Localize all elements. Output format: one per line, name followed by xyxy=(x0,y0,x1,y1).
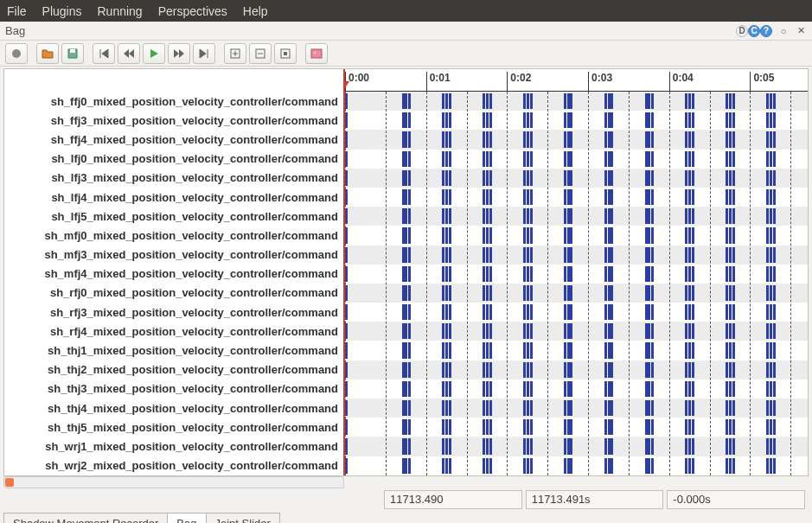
status-delta: -0.000s xyxy=(667,490,805,509)
record-button[interactable] xyxy=(5,43,28,64)
forward-button[interactable] xyxy=(168,43,190,64)
status-time-a: 11713.490 xyxy=(384,490,522,509)
thumbnails-button[interactable] xyxy=(305,43,328,64)
svg-rect-1 xyxy=(70,49,75,53)
svg-rect-5 xyxy=(284,52,287,55)
open-folder-icon xyxy=(42,48,54,60)
topic-label[interactable]: sh_ffj3_mixed_position_velocity_controll… xyxy=(4,111,343,130)
topic-label[interactable]: sh_ffj0_mixed_position_velocity_controll… xyxy=(4,92,343,111)
menu-file[interactable]: File xyxy=(7,4,27,18)
reload-icon[interactable]: C xyxy=(748,25,760,37)
toolbar xyxy=(0,41,812,67)
topic-label[interactable]: sh_lfj0_mixed_position_velocity_controll… xyxy=(4,150,343,169)
grid-line xyxy=(588,92,589,475)
zoom-out-button[interactable] xyxy=(249,43,272,64)
menu-help[interactable]: Help xyxy=(243,4,268,18)
svg-point-0 xyxy=(12,49,21,58)
zoom-in-icon xyxy=(229,48,241,60)
time-tick: 0:05 xyxy=(750,72,774,92)
grid-line xyxy=(426,92,427,475)
grid-line xyxy=(386,92,387,475)
grid-line xyxy=(669,92,670,475)
topic-label[interactable]: sh_lfj5_mixed_position_velocity_controll… xyxy=(4,207,343,226)
time-tick: 0:04 xyxy=(669,72,694,92)
topic-label[interactable]: sh_rfj0_mixed_position_velocity_controll… xyxy=(4,284,343,303)
dock-icon[interactable]: D xyxy=(736,25,748,37)
topic-label[interactable]: sh_mfj0_mixed_position_velocity_controll… xyxy=(4,226,343,245)
svg-point-7 xyxy=(314,51,316,54)
forward-icon xyxy=(173,48,185,60)
skip-start-button[interactable] xyxy=(93,43,115,64)
topic-label[interactable]: sh_lfj4_mixed_position_velocity_controll… xyxy=(4,188,343,207)
grid-line xyxy=(345,92,346,475)
open-button[interactable] xyxy=(36,43,59,64)
topic-label[interactable]: sh_thj4_mixed_position_velocity_controll… xyxy=(4,399,343,418)
menu-running[interactable]: Running xyxy=(97,4,142,18)
zoom-out-icon xyxy=(254,48,266,60)
time-ruler[interactable]: 0:000:010:020:030:040:05 xyxy=(345,69,808,92)
menubar: File Plugins Running Perspectives Help xyxy=(0,0,812,22)
topic-label[interactable]: sh_wrj1_mixed_position_velocity_controll… xyxy=(4,437,343,456)
grid-line xyxy=(750,92,751,475)
help-icon[interactable]: ? xyxy=(760,25,772,37)
menu-plugins[interactable]: Plugins xyxy=(42,4,82,18)
zoom-in-button[interactable] xyxy=(224,43,246,64)
help-icons: D C ? xyxy=(736,25,772,37)
scrollbar-thumb[interactable] xyxy=(5,478,14,487)
menu-perspectives[interactable]: Perspectives xyxy=(158,4,227,18)
grid-line xyxy=(547,92,548,475)
time-tick: 0:01 xyxy=(426,72,451,92)
topic-label[interactable]: sh_wrj2_mixed_position_velocity_controll… xyxy=(4,456,343,475)
bottom-tabs: Shadow Movement Recorder Bag Joint Slide… xyxy=(3,513,809,523)
topic-label[interactable]: sh_thj3_mixed_position_velocity_controll… xyxy=(4,379,343,399)
rewind-icon xyxy=(123,48,135,60)
grid-line xyxy=(467,92,468,475)
topic-label[interactable]: sh_thj2_mixed_position_velocity_controll… xyxy=(4,360,343,379)
grid-line xyxy=(507,92,508,475)
topic-label[interactable]: sh_rfj3_mixed_position_velocity_controll… xyxy=(4,303,343,322)
svg-rect-6 xyxy=(311,49,322,58)
play-icon xyxy=(148,48,160,60)
topic-label[interactable]: sh_mfj4_mixed_position_velocity_controll… xyxy=(4,265,343,284)
thumbnails-icon xyxy=(310,48,323,60)
topic-label[interactable]: sh_lfj3_mixed_position_velocity_controll… xyxy=(4,169,343,188)
tracks-column[interactable]: 0:000:010:020:030:040:05 xyxy=(345,69,808,475)
play-button[interactable] xyxy=(143,43,165,64)
tab-bag[interactable]: Bag xyxy=(167,513,206,523)
skip-end-button[interactable] xyxy=(193,43,215,64)
topic-label[interactable]: sh_thj5_mixed_position_velocity_controll… xyxy=(4,418,343,437)
undock-button[interactable]: ○ xyxy=(777,25,790,37)
panel-titlebar: Bag D C ? ○ ✕ xyxy=(0,22,812,41)
grid-line xyxy=(790,92,791,475)
grid-line xyxy=(710,92,711,475)
skip-start-icon xyxy=(98,48,110,60)
grid-line xyxy=(629,92,630,475)
save-button[interactable] xyxy=(61,43,84,64)
topic-label[interactable]: sh_thj1_mixed_position_velocity_controll… xyxy=(4,341,343,360)
horizontal-scrollbar[interactable] xyxy=(3,476,344,488)
record-icon xyxy=(10,48,22,60)
topic-label[interactable]: sh_ffj4_mixed_position_velocity_controll… xyxy=(4,130,343,149)
time-tick: 0:02 xyxy=(507,72,531,92)
zoom-fit-button[interactable] xyxy=(274,43,297,64)
topics-column: sh_ffj0_mixed_position_velocity_controll… xyxy=(4,69,345,475)
time-tick: 0:03 xyxy=(588,72,612,92)
close-button[interactable]: ✕ xyxy=(795,25,807,37)
tab-joint-slider[interactable]: Joint Slider xyxy=(206,513,280,523)
topic-label[interactable]: sh_rfj4_mixed_position_velocity_controll… xyxy=(4,322,343,341)
status-bar: 11713.490 11713.491s -0.000s xyxy=(3,490,809,509)
timeline-panel: sh_ffj0_mixed_position_velocity_controll… xyxy=(3,68,809,476)
skip-end-icon xyxy=(198,48,210,60)
rewind-button[interactable] xyxy=(118,43,140,64)
save-icon xyxy=(67,48,79,60)
status-time-b: 11713.491s xyxy=(526,490,664,509)
tab-recorder[interactable]: Shadow Movement Recorder xyxy=(3,513,168,523)
panel-title: Bag xyxy=(5,24,25,37)
topic-label[interactable]: sh_mfj3_mixed_position_velocity_controll… xyxy=(4,246,343,265)
zoom-fit-icon xyxy=(279,48,291,60)
